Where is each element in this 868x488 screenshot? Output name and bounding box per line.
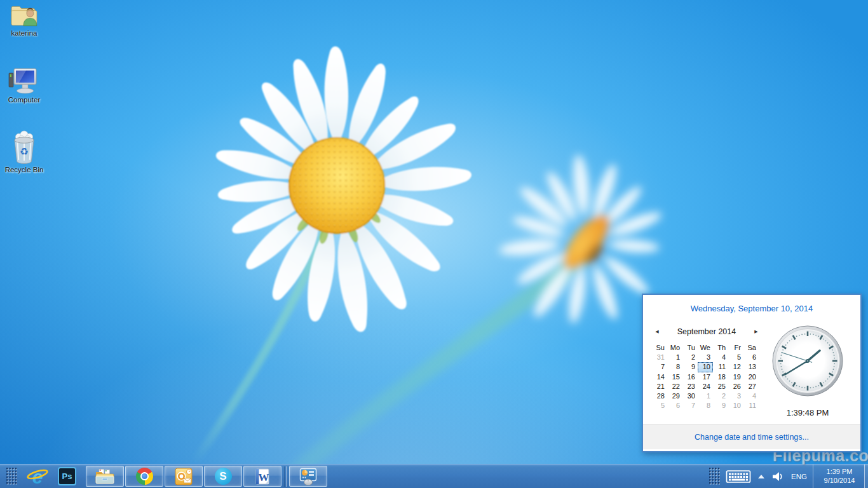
calendar-weekday: Su — [652, 343, 667, 353]
desktop-icon-label: Computer — [1, 96, 47, 104]
calendar-day[interactable]: 7 — [652, 362, 667, 372]
user-folder-icon — [10, 4, 39, 28]
chrome-icon — [136, 468, 153, 485]
calendar-day[interactable]: 9 — [713, 401, 728, 410]
calendar-weekday: Mo — [667, 343, 682, 353]
calendar-day[interactable]: 2 — [682, 353, 698, 362]
prev-month-button[interactable]: ◀ — [652, 329, 662, 334]
calendar-day[interactable]: 25 — [713, 382, 728, 391]
calendar-day[interactable]: 26 — [728, 382, 743, 391]
calendar-weekday: Fr — [728, 343, 743, 353]
calendar-day[interactable]: 6 — [667, 401, 682, 410]
desktop: katerina Computer ♻ — [0, 0, 868, 488]
tray-clock[interactable]: 1:39 PM 9/10/2014 — [816, 468, 863, 485]
skype-icon: S — [215, 468, 232, 485]
svg-text:W: W — [259, 471, 269, 483]
taskbar-photoshop-icon[interactable]: Ps — [58, 467, 76, 485]
taskbar-word-button[interactable]: W — [243, 466, 281, 487]
taskbar-outlook-button[interactable] — [165, 466, 203, 487]
desktop-icon-label: Recycle Bin — [1, 166, 47, 173]
calendar-day[interactable]: 28 — [652, 391, 667, 401]
calendar-day[interactable]: 3 — [698, 353, 713, 362]
taskbar-file-explorer-button[interactable] — [86, 466, 124, 487]
calendar-day[interactable]: 14 — [652, 372, 667, 382]
system-tray: ENG 1:39 PM 9/10/2014 — [703, 464, 868, 488]
calendar-day[interactable]: 5 — [728, 353, 743, 362]
calendar-day[interactable]: 13 — [743, 362, 759, 372]
tray-toolbar-grip[interactable] — [709, 468, 720, 485]
desktop-icon-label: katerina — [1, 29, 47, 37]
calendar-day[interactable]: 22 — [667, 382, 682, 391]
taskbar-separator — [284, 466, 287, 487]
volume-icon[interactable] — [771, 470, 783, 483]
taskbar-chrome-button[interactable] — [125, 466, 163, 487]
popup-footer: Change date and time settings... — [643, 424, 860, 449]
taskbar-skype-button[interactable]: S — [204, 466, 242, 487]
calendar-day[interactable]: 9 — [682, 362, 698, 372]
internet-explorer-icon: e — [27, 466, 48, 487]
calendar-day[interactable]: 24 — [698, 382, 713, 391]
calendar-day[interactable]: 16 — [682, 372, 698, 382]
calendar-day[interactable]: 4 — [713, 353, 728, 362]
calendar-day[interactable]: 21 — [652, 382, 667, 391]
outlook-icon — [175, 468, 193, 485]
calendar-day[interactable]: 18 — [713, 372, 728, 382]
touch-keyboard-icon[interactable] — [726, 469, 751, 484]
calendar-day[interactable]: 4 — [743, 391, 759, 401]
desktop-settings-icon — [298, 468, 318, 485]
desktop-icon-computer[interactable]: Computer — [1, 65, 47, 104]
calendar-day[interactable]: 20 — [743, 372, 759, 382]
month-title: September 2014 — [662, 327, 751, 336]
calendar-day[interactable]: 8 — [667, 362, 682, 372]
tray-date: 9/10/2014 — [816, 477, 863, 485]
clock-panel: 1:39:48 PM — [768, 325, 848, 417]
calendar-day[interactable]: 19 — [728, 372, 743, 382]
calendar-clock-popup: Wednesday, September 10, 2014 ◀ Septembe… — [642, 294, 862, 452]
calendar-day[interactable]: 17 — [698, 372, 713, 382]
calendar-day[interactable]: 1 — [698, 391, 713, 401]
popup-date-title: Wednesday, September 10, 2014 — [643, 304, 860, 313]
calendar-day[interactable]: 27 — [743, 382, 759, 391]
show-hidden-icons-button[interactable] — [758, 475, 764, 478]
calendar-day[interactable]: 2 — [713, 391, 728, 401]
calendar-day[interactable]: 10 — [728, 401, 743, 410]
calendar-day[interactable]: 30 — [682, 391, 698, 401]
calendar-weekday: Th — [713, 343, 728, 353]
svg-text:♻: ♻ — [20, 146, 29, 157]
calendar-day[interactable]: 1 — [667, 353, 682, 362]
tray-separator — [813, 464, 813, 488]
language-indicator[interactable]: ENG — [791, 473, 807, 480]
calendar: ◀ September 2014 ▶ SuMoTuWeThFrSa3112345… — [652, 325, 761, 410]
file-explorer-icon — [95, 468, 115, 485]
skype-letter: S — [219, 470, 226, 483]
calendar-day[interactable]: 29 — [667, 391, 682, 401]
desktop-icon-katerina[interactable]: katerina — [1, 4, 47, 37]
calendar-day[interactable]: 12 — [728, 362, 743, 372]
photoshop-icon: Ps — [58, 467, 76, 485]
calendar-weekday: Sa — [743, 343, 759, 353]
calendar-grid: SuMoTuWeThFrSa31123456789101112131415161… — [652, 343, 761, 410]
calendar-day[interactable]: 8 — [698, 401, 713, 410]
toolbar-grip[interactable] — [6, 468, 17, 485]
calendar-weekday: We — [698, 343, 713, 353]
calendar-day[interactable]: 3 — [728, 391, 743, 401]
calendar-day[interactable]: 31 — [652, 353, 667, 362]
computer-icon — [8, 65, 40, 95]
desktop-icon-recycle-bin[interactable]: ♻ Recycle Bin — [1, 130, 47, 173]
next-month-button[interactable]: ▶ — [751, 329, 761, 334]
calendar-day-selected[interactable]: 10 — [698, 362, 713, 372]
calendar-day[interactable]: 6 — [743, 353, 759, 362]
digital-time: 1:39:48 PM — [768, 408, 848, 417]
calendar-day[interactable]: 11 — [743, 401, 759, 410]
calendar-day[interactable]: 23 — [682, 382, 698, 391]
show-desktop-button[interactable] — [864, 464, 868, 488]
taskbar-internet-explorer-icon[interactable]: e — [27, 466, 48, 487]
tray-time: 1:39 PM — [816, 468, 863, 477]
taskbar-desktop-toolbar-button[interactable] — [289, 466, 327, 487]
calendar-day[interactable]: 15 — [667, 372, 682, 382]
analog-clock — [772, 325, 843, 396]
change-date-time-settings-link[interactable]: Change date and time settings... — [695, 425, 809, 449]
calendar-day[interactable]: 11 — [713, 362, 728, 372]
calendar-day[interactable]: 7 — [682, 401, 698, 410]
calendar-day[interactable]: 5 — [652, 401, 667, 410]
